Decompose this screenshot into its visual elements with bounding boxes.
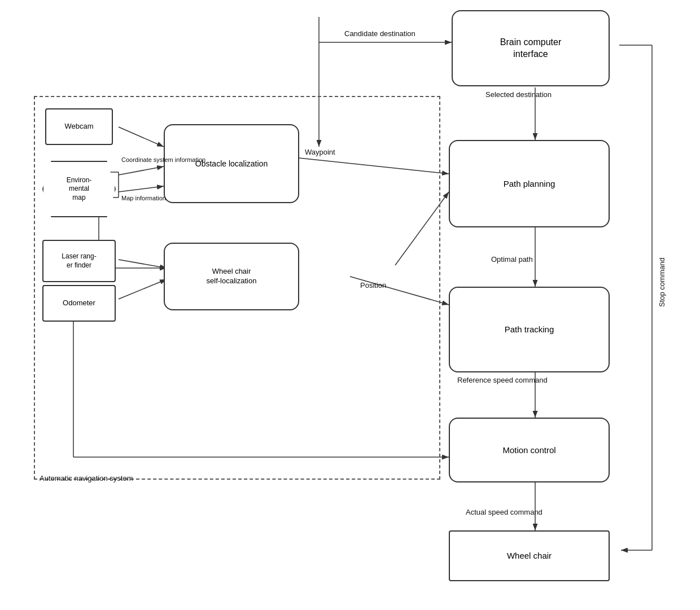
env-map-box: Environ- mental map [42,161,116,217]
wheelchair-self-box: Wheel chair self-localization [164,243,299,310]
obstacle-label: Obstacle localization [195,159,268,169]
ref-speed-label: Reference speed command [457,376,548,385]
env-map-label: Environ- mental map [67,176,92,203]
candidate-dest-label: Candidate destination [344,29,415,39]
motion-control-label: Motion control [502,445,555,456]
laser-box: Laser rang- er finder [42,240,116,282]
wheelchair-label: Wheel chair [507,550,552,561]
odometer-box: Odometer [42,285,116,322]
motion-control-box: Motion control [449,418,610,482]
wheelchair-box: Wheel chair [449,530,610,581]
odometer-label: Odometer [63,299,95,308]
bci-label: Brain computer interface [500,37,562,60]
webcam-label: Webcam [64,122,93,131]
path-planning-label: Path planning [504,178,555,190]
path-tracking-label: Path tracking [505,324,554,335]
stop-command-label: Stop command [658,198,666,367]
actual-speed-label: Actual speed command [466,508,542,517]
auto-nav-label: Automatic navigation system [40,474,133,484]
coord-info-label: Coordinate system information [121,156,205,164]
stop-command-text: Stop command [658,257,666,306]
optimal-path-label: Optimal path [491,255,533,265]
wheelchair-self-label: Wheel chair self-localization [207,267,257,286]
webcam-box: Webcam [45,108,113,145]
path-planning-box: Path planning [449,140,610,227]
laser-label: Laser rang- er finder [62,252,96,270]
diagram: Automatic navigation system Brain comput… [0,0,700,610]
map-info-label: Map information [121,194,166,202]
waypoint-label: Waypoint [305,148,335,157]
bci-box: Brain computer interface [452,10,610,86]
selected-dest-label: Selected destination [485,90,552,100]
path-tracking-box: Path tracking [449,287,610,372]
position-label: Position [360,281,386,291]
